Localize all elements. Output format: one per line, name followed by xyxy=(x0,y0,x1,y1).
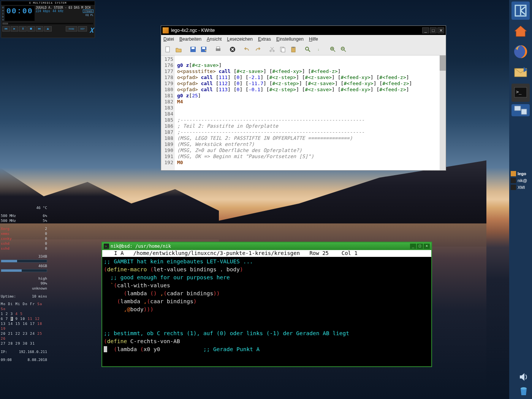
svg-rect-0 xyxy=(166,47,169,52)
terminal-maximize-button[interactable]: □ xyxy=(417,244,423,249)
menu-ansicht[interactable]: Ansicht xyxy=(207,36,222,42)
terminal-window-title: nik@bsd: /usr/home/nik xyxy=(111,244,410,249)
xmms-player-window[interactable]: X MULTIMEDIA SYSTEM OAIDV 00:00 JUGALD A… xyxy=(1,1,95,38)
terminal-close-button[interactable]: ✕ xyxy=(424,244,430,249)
save-icon[interactable] xyxy=(188,45,198,54)
svg-rect-11 xyxy=(282,48,285,52)
xmms-time-display: 00:00 xyxy=(5,6,35,21)
conky-date: 8.08.2018 xyxy=(28,357,47,362)
svg-rect-13 xyxy=(292,47,294,48)
xmms-rand-button[interactable]: RAND xyxy=(66,26,77,32)
svg-rect-25 xyxy=(515,106,521,111)
taskbar-item-lego[interactable]: lego xyxy=(509,170,532,177)
menu-hilfe[interactable]: Hilfe xyxy=(309,36,318,42)
terminal-content[interactable]: ;; GAMBIT hat kein eingebautes LET-VALUE… xyxy=(102,257,431,366)
svg-rect-6 xyxy=(217,47,220,49)
terminal-app-icon: >_ xyxy=(104,244,109,249)
redo-icon[interactable] xyxy=(253,45,262,54)
volume-icon[interactable] xyxy=(518,372,529,382)
svg-point-14 xyxy=(306,47,309,50)
menu-lesezeichen[interactable]: Lesezeichen xyxy=(227,36,252,42)
xmms-samplerate: 44 kHz xyxy=(52,10,63,13)
kwrite-menubar: Datei Bearbeiten Ansicht Lesezeichen Ext… xyxy=(161,35,446,43)
kwrite-window[interactable]: lego-4x2.ngc - KWrite _ □ ✕ Datei Bearbe… xyxy=(161,25,446,171)
kwrite-scrollbar[interactable] xyxy=(440,55,446,170)
terminal-status-line: I A /home/entwicklung/linuxcnc/3-punkte-… xyxy=(102,250,431,257)
minimize-button[interactable]: _ xyxy=(422,27,429,33)
menu-einstellungen[interactable]: Einstellungen xyxy=(276,36,304,42)
save-as-icon[interactable] xyxy=(199,45,208,54)
home-folder-icon[interactable] xyxy=(511,22,530,40)
conky-time: 09:08 xyxy=(1,357,12,362)
xmms-play-button[interactable]: ▶ xyxy=(11,26,18,32)
menu-bearbeiten[interactable]: Bearbeiten xyxy=(179,36,201,42)
paste-icon[interactable] xyxy=(289,45,298,54)
xmms-bitrate: 224 kbps xyxy=(36,10,51,13)
show-desktop-icon[interactable] xyxy=(511,104,530,116)
kwrite-app-icon xyxy=(163,27,169,33)
kwrite-editor-area[interactable]: g0 z[#<z-save>]o<passstifte> call [#<z-s… xyxy=(175,55,440,170)
kde-menu-icon[interactable] xyxy=(511,2,530,20)
svg-point-27 xyxy=(521,387,527,390)
xmms-eq-pl[interactable]: EQ PL xyxy=(36,14,93,17)
trash-icon[interactable] xyxy=(518,385,529,396)
kwrite-window-title: lego-4x2.ngc - KWrite xyxy=(171,28,422,33)
terminal-window[interactable]: >_ nik@bsd: /usr/home/nik _ □ ✕ I A /hom… xyxy=(101,242,432,367)
cut-icon[interactable] xyxy=(268,45,277,54)
xmms-titlebar[interactable]: X MULTIMEDIA SYSTEM xyxy=(1,1,95,5)
zoom-in-icon[interactable] xyxy=(328,45,337,54)
xmms-stop-button[interactable]: ⏹ xyxy=(27,26,35,32)
xmms-rep-button[interactable]: REP xyxy=(78,26,87,32)
konsole-icon[interactable]: >_ xyxy=(511,84,530,102)
close-button[interactable]: ✕ xyxy=(437,27,444,33)
scrollbar-thumb[interactable] xyxy=(440,55,446,71)
xmms-pause-button[interactable]: ⏸ xyxy=(19,26,27,32)
undo-icon[interactable] xyxy=(242,45,252,54)
system-tray xyxy=(518,372,529,396)
zoom-out-icon[interactable] xyxy=(339,45,348,54)
xmms-stereo-badge: STEREO xyxy=(83,10,93,13)
taskbar: lego nik@ XMI xyxy=(509,170,532,191)
terminal-titlebar[interactable]: >_ nik@bsd: /usr/home/nik _ □ ✕ xyxy=(102,242,431,250)
kwrite-titlebar[interactable]: lego-4x2.ngc - KWrite _ □ ✕ xyxy=(161,26,446,35)
svg-point-9 xyxy=(273,50,274,52)
find-next-icon[interactable]: ↓ xyxy=(314,45,323,54)
xmms-seekbar[interactable] xyxy=(3,23,93,24)
menu-datei[interactable]: Datei xyxy=(163,36,174,42)
svg-rect-4 xyxy=(202,47,205,49)
menu-extras[interactable]: Extras xyxy=(258,36,271,42)
print-icon[interactable] xyxy=(214,45,223,54)
firefox-icon[interactable] xyxy=(511,43,530,61)
xmms-eject-button[interactable]: ⏏ xyxy=(44,26,52,32)
xmms-transport-controls: ⏮ ▶ ⏸ ⏹ ⏭ ⏏ RAND REP X xyxy=(1,25,95,35)
terminal-minimize-button[interactable]: _ xyxy=(410,244,416,249)
svg-rect-26 xyxy=(521,109,527,114)
svg-text:>_: >_ xyxy=(105,244,109,248)
new-file-icon[interactable] xyxy=(163,45,173,54)
open-file-icon[interactable] xyxy=(174,45,183,54)
conky-temp: 46 °C xyxy=(36,205,47,210)
svg-point-8 xyxy=(270,50,271,52)
taskbar-item-terminal[interactable]: nik@ xyxy=(509,177,532,184)
taskbar-item-xmms[interactable]: XMI xyxy=(509,184,532,191)
kwrite-toolbar: ↓ xyxy=(161,43,446,55)
kwrite-line-numbers: 1751761771781791801811821831841851861871… xyxy=(161,55,175,170)
close-doc-icon[interactable] xyxy=(228,45,237,54)
xmms-prev-button[interactable]: ⏮ xyxy=(2,26,10,32)
maximize-button[interactable]: □ xyxy=(430,27,437,33)
svg-rect-2 xyxy=(192,47,195,49)
conky-monitor: 46 °C 500 MHz6% 500 MHz5% Xorg2xmms0conk… xyxy=(1,205,47,362)
copy-icon[interactable] xyxy=(278,45,287,54)
kmail-icon[interactable] xyxy=(511,63,530,81)
xmms-track-title: JUGALD A. STEER - 03 DAS M DCH xyxy=(36,6,93,10)
svg-text:>_: >_ xyxy=(516,89,522,95)
find-icon[interactable] xyxy=(303,45,312,54)
xmms-next-button[interactable]: ⏭ xyxy=(36,26,43,32)
panel-right: >_ xyxy=(509,0,532,399)
